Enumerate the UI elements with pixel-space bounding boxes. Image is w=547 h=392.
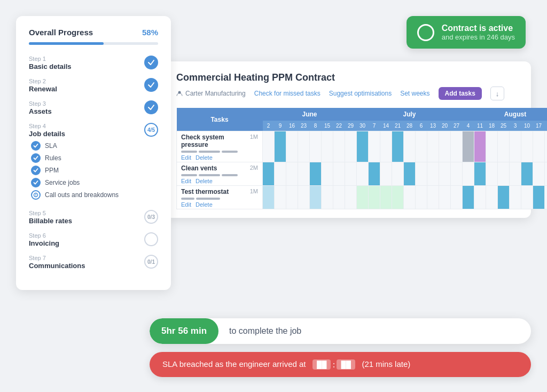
task-row-2: 2M Clean vents Edit Delete <box>177 162 548 186</box>
step-4: Step 4 Job details SLA Rules <box>29 123 158 202</box>
step-3: Step 3 Assets <box>29 100 158 115</box>
company-label: Carter Manufacturing <box>176 90 246 97</box>
sub-step-ppm: PPM <box>31 166 139 175</box>
step-2: Step 2 Renewal <box>29 78 158 93</box>
sub-service-icon <box>31 178 41 187</box>
step-6: Step 6 Invoicing <box>29 232 158 247</box>
step-1: Step 1 Basic details <box>29 56 158 70</box>
task-3-edit[interactable]: Edit <box>181 201 191 208</box>
progress-bar-background <box>29 42 158 45</box>
step-1-icon <box>144 56 158 69</box>
step-5: Step 5 Billable rates 0/3 <box>29 210 158 225</box>
step-6-icon <box>144 232 158 246</box>
sub-step-sla: SLA <box>31 141 139 151</box>
step-5-icon: 0/3 <box>144 210 158 224</box>
timer-label: to complete the job <box>218 326 531 336</box>
step-7-icon: 0/1 <box>144 255 158 269</box>
progress-percent: 58% <box>142 28 158 37</box>
contract-active-icon <box>417 24 434 41</box>
task-2-info: 2M Clean vents Edit Delete <box>177 162 263 186</box>
task-1-delete[interactable]: Delete <box>196 154 213 161</box>
sub-ppm-icon <box>31 166 41 175</box>
sub-steps: SLA Rules PPM <box>29 141 139 200</box>
step-3-icon <box>144 100 158 114</box>
sub-step-callouts: Call outs and breakdowns <box>31 190 139 200</box>
july-header: July <box>357 108 463 121</box>
task-row-1: 1M Check system pressure Edit Delete <box>177 131 548 162</box>
sub-step-service: Service jobs <box>31 178 139 187</box>
progress-bar-fill <box>29 42 104 45</box>
card-title: Commercial Heating PPM Contract <box>176 72 520 83</box>
contract-text: Contract is active and expires in 246 da… <box>442 23 515 41</box>
task-3-info: 1M Test thermostat Edit Delete <box>177 186 263 209</box>
timer-time: 5hr 56 min <box>150 318 218 344</box>
main-card: Commercial Heating PPM Contract Carter M… <box>166 61 531 218</box>
sla-text: SLA breached as the engineer arrived at … <box>162 359 410 370</box>
tasks-column-header: Tasks <box>177 108 263 131</box>
task-3-delete[interactable]: Delete <box>196 201 213 208</box>
sla-banner: SLA breached as the engineer arrived at … <box>150 352 531 377</box>
sub-callouts-icon <box>31 190 41 200</box>
sla-time-block: ██ : ██ <box>312 359 355 370</box>
task-row-3: 1M Test thermostat Edit Delete <box>177 186 548 209</box>
card-meta: Carter Manufacturing Check for missed ta… <box>176 87 520 100</box>
progress-title: Overall Progress <box>29 28 93 37</box>
timer-banner: 5hr 56 min to complete the job <box>150 318 531 344</box>
add-tasks-button[interactable]: Add tasks <box>439 87 482 100</box>
set-weeks-link[interactable]: Set weeks <box>400 90 429 97</box>
task-1-info: 1M Check system pressure Edit Delete <box>177 131 263 162</box>
svg-point-2 <box>35 195 36 196</box>
task-1-edit[interactable]: Edit <box>181 154 191 161</box>
progress-panel: Overall Progress 58% Step 1 Basic detail… <box>16 16 171 290</box>
sub-step-rules: Rules <box>31 153 139 163</box>
suggest-optimisations-link[interactable]: Suggest optimisations <box>329 90 392 97</box>
step-2-icon <box>144 78 158 92</box>
check-missed-tasks-link[interactable]: Check for missed tasks <box>254 90 321 97</box>
sub-sla-icon <box>31 141 41 151</box>
task-2-edit[interactable]: Edit <box>181 178 191 184</box>
task-2-delete[interactable]: Delete <box>196 178 213 184</box>
step-7: Step 7 Communications 0/1 <box>29 255 158 270</box>
download-button[interactable]: ↓ <box>490 87 504 100</box>
august-header: August <box>463 108 548 121</box>
june-header: June <box>263 108 357 121</box>
sub-rules-icon <box>31 153 41 163</box>
contract-banner: Contract is active and expires in 246 da… <box>407 16 526 49</box>
calendar-table: Tasks June July August 291623 8152229 30… <box>176 108 547 209</box>
step-4-icon: 4/5 <box>144 123 158 137</box>
